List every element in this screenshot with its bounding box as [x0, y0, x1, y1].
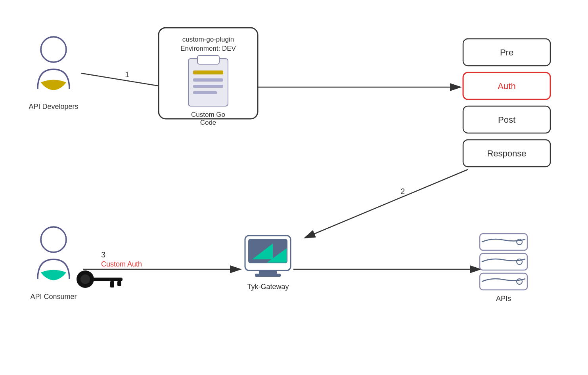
arrow-2-label: 2 — [400, 187, 405, 196]
tyk-gateway-icon — [245, 236, 291, 277]
key-icon — [77, 270, 123, 288]
pre-label: Pre — [500, 48, 513, 57]
custom-go-plugin-box: custom-go-plugin Environment: DEV Custom… — [159, 28, 258, 126]
plugin-code-label2: Code — [200, 119, 216, 126]
api-developers-label: API Developers — [29, 103, 78, 110]
svg-rect-7 — [193, 85, 223, 88]
custom-auth-label: Custom Auth — [101, 260, 142, 268]
api-developers-figure — [38, 37, 69, 90]
plugin-title: custom-go-plugin — [182, 36, 234, 43]
response-label: Response — [487, 148, 526, 158]
api-consumer-label: API Consumer — [30, 293, 77, 301]
apis-label: APIs — [496, 295, 511, 303]
arrow-3-custom-auth: 3 Custom Auth — [83, 250, 240, 269]
tyk-gateway-label: Tyk-Gateway — [247, 283, 289, 291]
svg-rect-8 — [193, 91, 217, 94]
svg-rect-27 — [255, 274, 281, 277]
svg-rect-31 — [480, 253, 527, 270]
diagram-container: API Developers 1 custom-go-plugin Enviro… — [0, 0, 588, 375]
auth-box: Auth — [463, 72, 550, 99]
svg-rect-6 — [193, 78, 223, 82]
arrow-2: 2 — [305, 169, 468, 238]
svg-rect-29 — [480, 234, 527, 250]
svg-rect-19 — [110, 281, 114, 287]
response-box: Response — [463, 140, 550, 167]
svg-line-14 — [305, 169, 468, 238]
svg-rect-3 — [188, 59, 228, 106]
auth-label: Auth — [498, 81, 515, 91]
arrow-3-label: 3 — [101, 250, 105, 259]
plugin-subtitle: Environment: DEV — [180, 45, 236, 52]
post-box: Post — [463, 106, 550, 133]
svg-rect-20 — [117, 281, 121, 286]
plugin-code-label: Custom Go — [191, 111, 225, 118]
svg-point-17 — [80, 274, 90, 284]
svg-point-15 — [41, 227, 66, 252]
apis-icon — [480, 234, 527, 290]
svg-rect-18 — [93, 278, 123, 281]
api-consumer-figure — [38, 227, 69, 280]
svg-rect-33 — [480, 273, 527, 290]
pre-box: Pre — [463, 39, 550, 66]
post-label: Post — [498, 115, 515, 125]
svg-rect-4 — [197, 55, 219, 64]
svg-rect-5 — [193, 70, 223, 74]
svg-point-0 — [41, 37, 66, 62]
arrow-1-label: 1 — [125, 70, 129, 79]
